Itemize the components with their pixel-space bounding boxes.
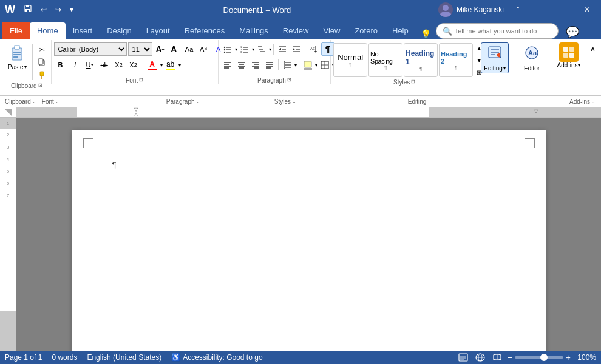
bold-button[interactable]: B <box>54 58 67 72</box>
page-info[interactable]: Page 1 of 1 <box>5 353 42 362</box>
line-spacing-arrow[interactable]: ▾ <box>294 62 297 68</box>
tell-me-input[interactable] <box>455 27 552 35</box>
editor-button[interactable]: Aa Editor <box>518 42 546 73</box>
shading-button[interactable] <box>301 59 314 71</box>
cut-button[interactable]: ✂ <box>35 44 49 56</box>
subscript-button[interactable]: X2 <box>112 58 126 72</box>
change-case-button[interactable]: Aa <box>183 42 196 56</box>
shading-arrow[interactable]: ▾ <box>315 62 317 68</box>
font-label-expand[interactable]: ⌄ <box>55 99 59 104</box>
addins-label-expand[interactable]: ⌄ <box>591 99 596 104</box>
zoom-slider-track[interactable] <box>515 356 563 359</box>
font-size-select[interactable]: 11 <box>128 42 152 56</box>
paragraph-label-row: Paragraph ⊡ <box>221 76 328 84</box>
align-left-button[interactable] <box>221 58 234 72</box>
user-area[interactable]: Mike Kaganski <box>438 2 504 17</box>
align-right-button[interactable] <box>249 58 262 72</box>
view-read-mode[interactable] <box>491 352 504 362</box>
clipboard-label-expand[interactable]: ⌄ <box>32 99 36 104</box>
hanging-indent-marker[interactable]: △ <box>134 112 138 117</box>
minimize-button[interactable]: ─ <box>532 0 550 19</box>
numbering-button[interactable]: 1.2.3. <box>238 42 251 56</box>
font-grow-button[interactable]: A+ <box>154 42 167 56</box>
copy-button[interactable] <box>35 56 49 69</box>
highlight-arrow[interactable]: ▾ <box>178 62 181 68</box>
tab-file[interactable]: File <box>2 22 30 39</box>
close-button[interactable]: ✕ <box>578 0 596 19</box>
tab-zotero[interactable]: Zotero <box>347 22 385 39</box>
tab-help[interactable]: Help <box>385 22 416 39</box>
paragraph-expand-icon[interactable]: ⊡ <box>287 77 291 83</box>
highlight-button[interactable]: ab <box>164 59 177 72</box>
paragraph-label-expand[interactable]: ⌄ <box>196 99 200 104</box>
zoom-slider-thumb[interactable] <box>540 354 548 361</box>
increase-indent-button[interactable] <box>290 42 303 56</box>
qat-redo[interactable]: ↪ <box>53 4 64 15</box>
styles-label-expand[interactable]: ⌄ <box>292 99 296 104</box>
zoom-percentage[interactable]: 100% <box>574 353 596 362</box>
qat-save[interactable] <box>21 4 35 16</box>
restore-button[interactable]: □ <box>555 0 573 19</box>
font-color-arrow[interactable]: ▾ <box>160 62 163 68</box>
zoom-out-button[interactable]: − <box>508 352 512 362</box>
word-count[interactable]: 0 words <box>52 353 77 362</box>
font-color-button[interactable]: A <box>146 59 159 72</box>
view-print-layout[interactable] <box>457 352 470 362</box>
horizontal-ruler[interactable]: ▽ △ ▽ <box>16 107 601 118</box>
tab-insert[interactable]: Insert <box>66 22 100 39</box>
bullets-button[interactable] <box>221 42 234 56</box>
qat-undo[interactable]: ↩ <box>38 4 49 15</box>
font-expand-icon[interactable]: ⊡ <box>139 77 143 83</box>
italic-button[interactable]: I <box>69 58 82 72</box>
ruler-corner[interactable] <box>0 107 16 118</box>
borders-button[interactable] <box>318 58 331 72</box>
numbering-arrow[interactable]: ▾ <box>252 47 254 52</box>
decrease-indent-button[interactable] <box>276 42 289 56</box>
tab-references[interactable]: References <box>177 22 232 39</box>
right-indent-marker[interactable]: ▽ <box>534 109 538 114</box>
justify-button[interactable] <box>263 58 276 72</box>
font-face-select[interactable]: Calibri (Body) <box>54 42 127 56</box>
clipboard-expand-icon[interactable]: ⊡ <box>38 83 42 88</box>
tab-layout[interactable]: Layout <box>139 22 177 39</box>
sort-button[interactable]: AZ <box>307 42 321 56</box>
multilevel-button[interactable] <box>255 42 268 56</box>
multilevel-arrow[interactable]: ▾ <box>269 47 271 52</box>
document-area[interactable]: ¶ <box>16 118 601 351</box>
qat-customize[interactable]: ▾ <box>67 4 76 15</box>
zoom-in-button[interactable]: + <box>566 352 571 362</box>
view-web-layout[interactable] <box>474 352 487 362</box>
ribbon-display-options[interactable]: ⌃ <box>509 0 527 19</box>
comments-icon[interactable]: 💬 <box>566 25 579 39</box>
paste-button[interactable]: Paste▾ <box>5 42 30 72</box>
editing-button[interactable]: Editing ▾ <box>481 42 509 73</box>
tab-review[interactable]: Review <box>276 22 316 39</box>
para-row1: ▾ 1.2.3. ▾ ▾ A <box>221 42 334 56</box>
style-heading2[interactable]: Heading 2 ¶ <box>439 43 473 77</box>
style-no-spacing[interactable]: No Spacing ¶ <box>368 43 402 77</box>
addins-button[interactable]: Add-ins ▾ <box>555 42 583 69</box>
styles-expand-icon[interactable]: ⊡ <box>411 79 415 84</box>
lightbulb-icon[interactable]: 💡 <box>421 29 431 39</box>
clear-formatting-button[interactable]: A✕ <box>197 42 211 56</box>
styles-group-top: Normal ¶ No Spacing ¶ Heading 1 ¶ Headin… <box>333 42 475 78</box>
tell-me-box[interactable]: 🔍 <box>436 23 559 39</box>
bullets-arrow[interactable]: ▾ <box>235 47 237 52</box>
underline-button[interactable]: U▾ <box>83 58 97 72</box>
tab-view[interactable]: View <box>316 22 347 39</box>
paragraph-mark: ¶ <box>112 160 117 169</box>
accessibility[interactable]: ♿ Accessibility: Good to go <box>171 353 262 362</box>
strikethrough-button[interactable]: ab <box>98 58 111 72</box>
collapse-ribbon-button[interactable]: ∧ <box>586 42 599 55</box>
tab-mailings[interactable]: Mailings <box>232 22 276 39</box>
style-heading1[interactable]: Heading 1 ¶ <box>404 43 438 77</box>
style-normal[interactable]: Normal ¶ <box>333 43 367 77</box>
format-painter-button[interactable] <box>35 69 49 81</box>
align-center-button[interactable] <box>235 58 248 72</box>
tab-home[interactable]: Home <box>30 22 66 39</box>
superscript-button[interactable]: X2 <box>127 58 140 72</box>
language[interactable]: English (United States) <box>87 353 161 362</box>
tab-design[interactable]: Design <box>100 22 138 39</box>
font-shrink-button[interactable]: A- <box>168 42 182 56</box>
line-spacing-button[interactable] <box>280 58 294 72</box>
